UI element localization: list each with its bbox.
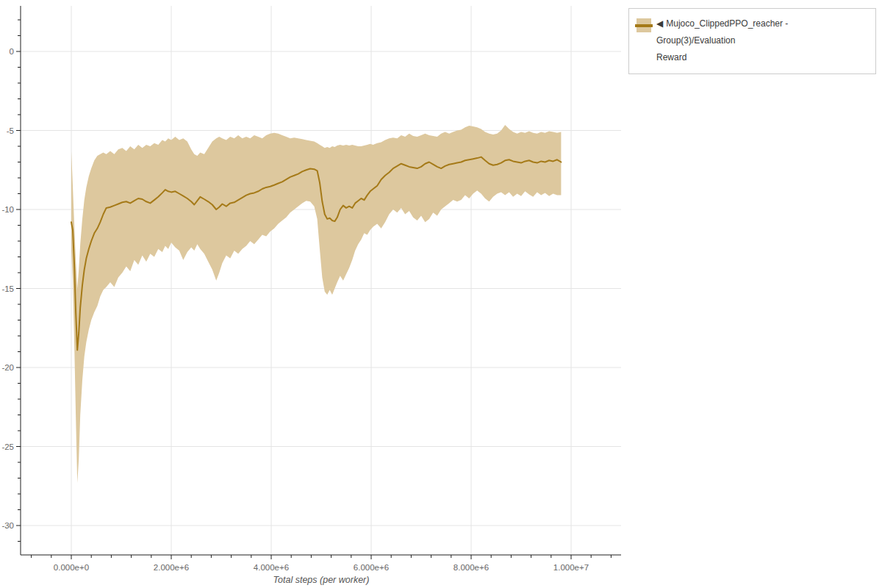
x-tick-label: 8.000e+6 xyxy=(453,563,489,572)
legend-label-line2: Reward xyxy=(656,52,686,62)
confidence-band xyxy=(71,125,561,483)
dashboard-page: 0.000e+02.000e+64.000e+66.000e+68.000e+6… xyxy=(0,0,882,588)
legend-label-line1: Mujoco_ClippedPPO_reacher - Group(3)/Eva… xyxy=(656,18,788,46)
reward-chart[interactable]: 0.000e+02.000e+64.000e+66.000e+68.000e+6… xyxy=(0,0,882,588)
collapse-triangle-icon: ◀ xyxy=(656,18,663,29)
y-tick-label: 0 xyxy=(10,47,14,56)
x-tick-label: 4.000e+6 xyxy=(254,563,289,572)
x-tick-label: 6.000e+6 xyxy=(354,563,389,572)
series-swatch-icon xyxy=(635,18,653,32)
y-tick-label: -30 xyxy=(1,521,14,530)
legend-item-evaluation-reward[interactable]: ◀Mujoco_ClippedPPO_reacher - Group(3)/Ev… xyxy=(629,9,875,74)
x-axis-title: Total steps (per worker) xyxy=(273,575,370,585)
x-tick-label: 0.000e+0 xyxy=(54,563,89,572)
y-tick-label: -15 xyxy=(1,284,14,293)
line-swatch xyxy=(635,24,653,27)
legend-label: ◀Mujoco_ClippedPPO_reacher - Group(3)/Ev… xyxy=(656,15,870,66)
y-tick-label: -20 xyxy=(1,363,14,372)
y-tick-label: -5 xyxy=(7,126,14,135)
x-tick-label: 1.000e+7 xyxy=(553,563,589,572)
x-tick-label: 2.000e+6 xyxy=(154,563,189,572)
legend: ◀Mujoco_ClippedPPO_reacher - Group(3)/Ev… xyxy=(628,8,876,74)
y-tick-label: -10 xyxy=(1,205,14,214)
y-tick-label: -25 xyxy=(1,442,14,451)
